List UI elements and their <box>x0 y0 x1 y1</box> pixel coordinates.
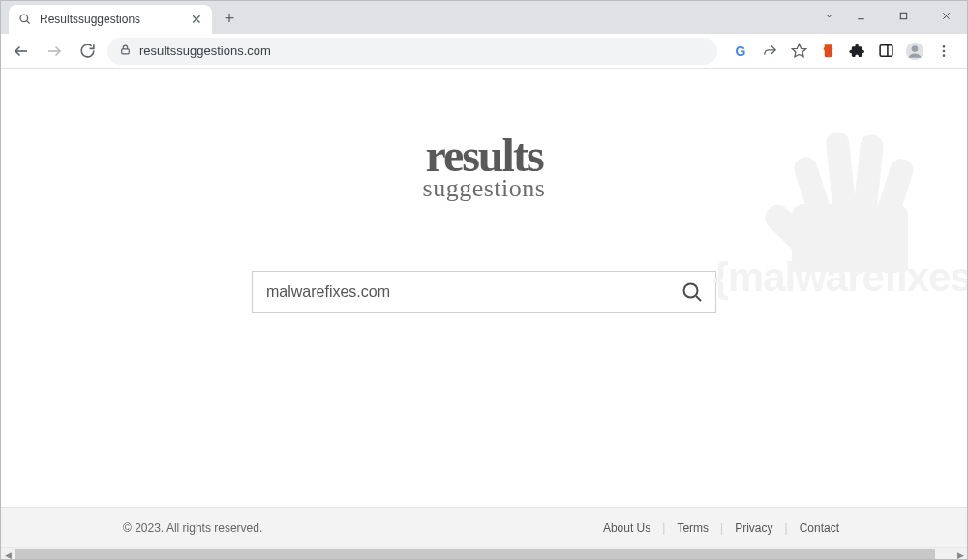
magnifier-icon <box>18 13 32 26</box>
watermark-text: {malwarefixes} <box>712 254 967 301</box>
svg-point-14 <box>943 45 946 48</box>
scroll-track[interactable] <box>15 548 953 561</box>
share-icon[interactable] <box>760 42 779 61</box>
footer-links: About Us | Terms | Privacy | Contact <box>591 521 851 535</box>
extensions-puzzle-icon[interactable] <box>847 42 866 61</box>
bookmark-star-icon[interactable] <box>789 42 808 61</box>
new-tab-button[interactable]: + <box>216 5 243 32</box>
svg-marker-9 <box>792 44 805 56</box>
footer-link-about[interactable]: About Us <box>591 521 662 535</box>
svg-point-15 <box>943 49 946 52</box>
window-titlebar: Resultssuggestions ✕ + <box>1 1 967 34</box>
footer-link-contact[interactable]: Contact <box>788 521 851 535</box>
address-bar[interactable]: resultssuggestions.com <box>107 38 717 65</box>
minimize-button[interactable] <box>839 1 882 30</box>
window-controls <box>818 1 967 30</box>
scroll-left-arrow[interactable]: ◀ <box>1 548 15 561</box>
footer-link-terms[interactable]: Terms <box>665 521 720 535</box>
horizontal-scrollbar[interactable]: ◀ ▶ <box>1 547 967 560</box>
page-content: {malwarefixes} results suggestions <box>1 69 967 507</box>
svg-point-0 <box>20 15 28 22</box>
close-window-button[interactable] <box>924 1 967 30</box>
chevron-down-icon[interactable] <box>818 1 839 30</box>
svg-point-16 <box>943 54 946 57</box>
back-button[interactable] <box>9 39 34 64</box>
page-footer: © 2023. All rights reserved. About Us | … <box>1 507 967 547</box>
footer-link-privacy[interactable]: Privacy <box>723 521 784 535</box>
reload-button[interactable] <box>75 39 100 64</box>
toolbar-icons: G <box>725 42 959 61</box>
logo-main-text: results <box>1 134 967 176</box>
browser-tab[interactable]: Resultssuggestions ✕ <box>9 5 212 34</box>
extension-badge-icon[interactable] <box>818 42 837 61</box>
maximize-button[interactable] <box>882 1 924 30</box>
svg-point-17 <box>684 284 698 298</box>
browser-toolbar: resultssuggestions.com G <box>1 34 967 69</box>
svg-point-13 <box>912 45 919 52</box>
google-icon[interactable]: G <box>731 42 750 61</box>
profile-avatar-icon[interactable] <box>905 42 924 61</box>
url-text: resultssuggestions.com <box>139 44 271 58</box>
svg-rect-10 <box>880 45 892 56</box>
kebab-menu-icon[interactable] <box>934 42 953 61</box>
close-tab-icon[interactable]: ✕ <box>191 13 202 26</box>
lock-icon <box>119 44 132 59</box>
search-input[interactable] <box>266 283 679 301</box>
copyright-text: © 2023. All rights reserved. <box>123 521 591 535</box>
scroll-right-arrow[interactable]: ▶ <box>953 548 967 561</box>
logo-sub-text: suggestions <box>1 174 967 203</box>
side-panel-icon[interactable] <box>876 42 895 61</box>
tab-title: Resultssuggestions <box>40 13 183 26</box>
svg-rect-8 <box>122 48 130 53</box>
svg-line-1 <box>27 21 30 24</box>
search-button[interactable] <box>679 279 706 306</box>
svg-line-18 <box>696 296 701 301</box>
svg-rect-3 <box>900 13 906 18</box>
site-logo: results suggestions <box>1 69 967 203</box>
scroll-thumb[interactable] <box>15 549 935 560</box>
search-box[interactable] <box>252 271 716 313</box>
forward-button[interactable] <box>42 39 67 64</box>
